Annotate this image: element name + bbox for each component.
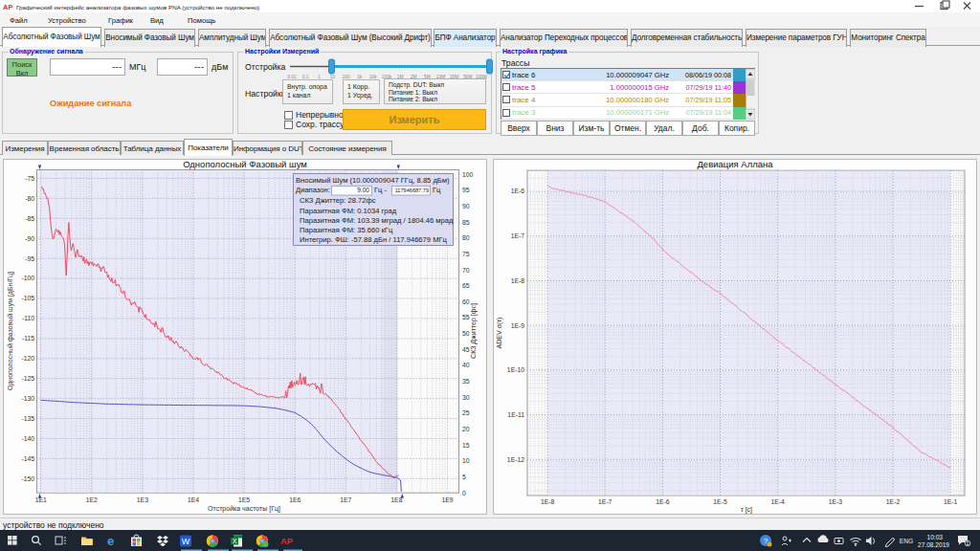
svg-text:-125: -125	[21, 375, 34, 382]
svg-text:10:03: 10:03	[926, 534, 943, 540]
svg-text:1E-4: 1E-4	[771, 498, 786, 505]
svg-text:80: 80	[462, 234, 470, 241]
svg-text:1E-2: 1E-2	[886, 498, 901, 505]
svg-text:Гц: Гц	[433, 186, 441, 194]
svg-text:35: 35	[462, 378, 470, 385]
svg-text:85: 85	[462, 219, 470, 226]
svg-text:-95: -95	[25, 255, 34, 262]
svg-text:1E-10: 1E-10	[507, 366, 524, 373]
svg-text:X: X	[233, 538, 237, 544]
svg-text:9.00: 9.00	[357, 187, 369, 193]
svg-text:Паразитная ФМ: 103.39 мград /: Паразитная ФМ: 103.39 мград / 1804.46 мр…	[300, 216, 454, 225]
svg-text:0: 0	[462, 490, 466, 496]
svg-text:Гц -: Гц -	[374, 186, 388, 194]
svg-text:60: 60	[462, 298, 470, 305]
svg-text:1E8: 1E8	[390, 496, 402, 503]
svg-text:1E1: 1E1	[35, 496, 47, 503]
svg-text:1E3: 1E3	[137, 496, 148, 503]
svg-text:70: 70	[462, 267, 470, 274]
svg-text:1E-6: 1E-6	[511, 187, 525, 194]
svg-text:1E4: 1E4	[188, 496, 199, 503]
svg-text:ADEV σ(τ): ADEV σ(τ)	[496, 318, 503, 349]
svg-text:-80: -80	[25, 195, 34, 202]
svg-text:1E5: 1E5	[238, 496, 250, 503]
svg-text:AP: AP	[280, 536, 294, 546]
svg-text:-115: -115	[22, 335, 34, 342]
svg-text:1E-9: 1E-9	[511, 322, 525, 329]
svg-text:75: 75	[462, 251, 470, 257]
svg-text:-130: -130	[21, 395, 34, 402]
svg-text:1E7: 1E7	[340, 496, 351, 503]
svg-text:117946687.79: 117946687.79	[395, 187, 429, 193]
svg-text:Паразитная ФМ: 35.660 кГц: Паразитная ФМ: 35.660 кГц	[300, 226, 393, 234]
svg-text:20: 20	[462, 426, 470, 432]
svg-text:27.08.2019: 27.08.2019	[918, 541, 949, 548]
svg-text:1E-8: 1E-8	[511, 277, 525, 284]
svg-text:Однополосный Фазовый шум: Однополосный Фазовый шум	[183, 159, 307, 169]
svg-text:-140: -140	[21, 435, 34, 442]
svg-text:1E-12: 1E-12	[507, 456, 524, 463]
svg-text:τ [с]: τ [с]	[741, 506, 752, 514]
svg-text:65: 65	[462, 282, 470, 289]
svg-text:Интегрир. ФШ: -57.88 дБн / 117: Интегрир. ФШ: -57.88 дБн / 117.946679 МГ…	[300, 235, 448, 244]
svg-text:90: 90	[462, 203, 470, 209]
svg-text:W: W	[182, 537, 190, 546]
svg-text:1E-8: 1E-8	[541, 498, 555, 505]
svg-text:1E-6: 1E-6	[656, 498, 670, 505]
svg-text:10: 10	[462, 457, 470, 464]
svg-text:100: 100	[462, 171, 474, 178]
svg-text:1E9: 1E9	[441, 496, 453, 503]
svg-text:1E-3: 1E-3	[829, 498, 843, 505]
svg-text:30: 30	[462, 394, 470, 401]
svg-text:55: 55	[462, 314, 470, 320]
svg-text:50: 50	[462, 330, 470, 337]
svg-text:-105: -105	[21, 295, 34, 301]
svg-text:1E-1: 1E-1	[944, 498, 958, 505]
svg-text:-110: -110	[22, 315, 34, 321]
svg-text:15: 15	[462, 442, 470, 449]
svg-text:95: 95	[462, 187, 470, 193]
svg-text:1E-11: 1E-11	[507, 411, 524, 418]
svg-text:-75: -75	[25, 175, 34, 182]
svg-text:-120: -120	[21, 355, 34, 362]
svg-text:СКЗ Джиттер: 28.72фс: СКЗ Джиттер: 28.72фс	[300, 196, 376, 205]
svg-text:1E-7: 1E-7	[511, 232, 525, 239]
svg-text:-135: -135	[21, 415, 34, 422]
svg-text:-85: -85	[25, 215, 34, 222]
svg-text:Паразитная ФМ: 0.1034 град: Паразитная ФМ: 0.1034 град	[300, 207, 397, 215]
svg-text:1E6: 1E6	[289, 496, 301, 503]
svg-text:Девиация Аллана: Девиация Аллана	[697, 159, 773, 169]
svg-text:Однополосный фазовый шум [дБн/: Однополосный фазовый шум [дБн/Гц]	[7, 272, 14, 390]
svg-text:ENG: ENG	[900, 538, 913, 544]
svg-text:1E2: 1E2	[86, 496, 98, 503]
svg-text:-150: -150	[21, 475, 34, 482]
svg-text:40: 40	[462, 362, 470, 368]
svg-text:-90: -90	[25, 235, 34, 242]
svg-text:1E-7: 1E-7	[598, 498, 612, 505]
svg-text:-145: -145	[21, 455, 34, 462]
svg-text:25: 25	[462, 409, 470, 416]
svg-text:e: e	[107, 534, 114, 548]
svg-text:-100: -100	[21, 275, 34, 281]
svg-text:СКЗ Джиттер [фс]: СКЗ Джиттер [фс]	[470, 303, 478, 359]
svg-text:45: 45	[462, 346, 470, 353]
svg-text:Отстройка частоты [Гц]: Отстройка частоты [Гц]	[208, 505, 280, 513]
svg-text:Диапазон:: Диапазон:	[296, 186, 330, 194]
svg-text:Вносимый Шум (10.000009047 ГГц: Вносимый Шум (10.000009047 ГГц, 8.85 дБм…	[296, 176, 450, 185]
svg-text:1E-5: 1E-5	[713, 498, 727, 505]
svg-text:5: 5	[462, 474, 466, 480]
